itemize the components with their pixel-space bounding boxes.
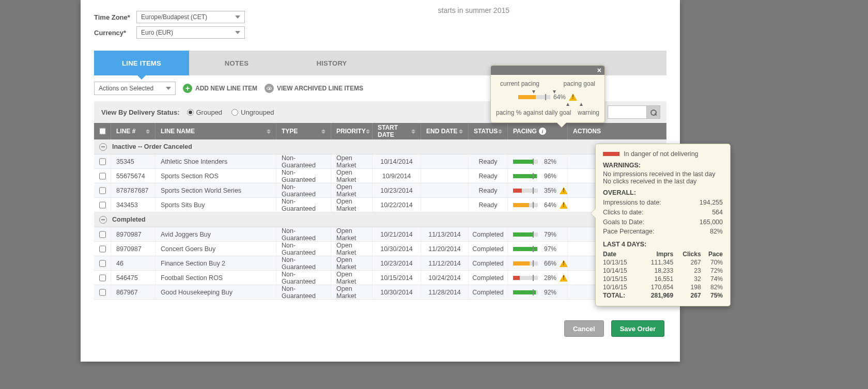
tab-line-items[interactable]: LINE ITEMS [94, 51, 189, 75]
cell-start: 10/23/2014 [373, 256, 421, 270]
row-checkbox[interactable] [99, 187, 106, 194]
col-type[interactable]: TYPE [276, 123, 331, 139]
cell-priority: Open Market [331, 227, 373, 241]
radio-grouped[interactable] [187, 109, 194, 116]
cell-name: Football Section ROS [156, 271, 276, 285]
select-all-checkbox[interactable] [99, 128, 106, 135]
row-checkbox[interactable] [99, 260, 106, 267]
table-row[interactable]: 46Finance Section Buy 2Non-GuaranteedOpe… [94, 256, 667, 271]
cell-priority: Open Market [331, 256, 373, 270]
overall-row: Clicks to date:564 [603, 208, 723, 217]
arrow-down-icon [553, 90, 556, 94]
cell-name: Athletic Shoe Intenders [156, 154, 276, 168]
collapse-icon[interactable] [99, 143, 107, 151]
last4-table: DateImprsClicksPace 10/13/15111,34526770… [603, 250, 723, 300]
cell-line: 867967 [111, 285, 156, 299]
cell-end [421, 154, 469, 168]
group-row[interactable]: Inactive -- Order Canceled [94, 139, 667, 154]
cell-line: 343453 [111, 198, 156, 212]
cell-status: Completed [469, 256, 508, 270]
pacing-bar [513, 203, 538, 207]
cell-type: Non-Guaranteed [276, 169, 331, 183]
group-row[interactable]: Completed [94, 212, 667, 227]
radio-ungrouped[interactable] [231, 109, 238, 116]
actions-on-selected[interactable]: Actions on Selected [94, 82, 176, 95]
row-checkbox[interactable] [99, 201, 106, 209]
pacing-pct: 79% [541, 231, 556, 238]
warning-icon [560, 201, 568, 209]
table-row[interactable]: 8970987Avid Joggers BuyNon-GuaranteedOpe… [94, 227, 667, 242]
line-items-table: LINE # LINE NAME TYPE PRIORITY START DAT… [94, 123, 667, 300]
row-checkbox[interactable] [99, 173, 106, 180]
sort-icon [459, 129, 463, 134]
col-status[interactable]: STATUS [469, 123, 508, 139]
pacing-pct: 66% [541, 260, 556, 267]
table-row[interactable]: 35345Athletic Shoe IntendersNon-Guarante… [94, 154, 667, 169]
pacing-pct: 96% [541, 173, 556, 180]
cell-start: 10/23/2014 [373, 183, 421, 197]
col-actions: ACTIONS [568, 123, 667, 139]
table-row[interactable]: 546475Football Section ROSNon-Guaranteed… [94, 271, 667, 285]
mini-th: Imprs [640, 250, 674, 258]
cell-line: 46 [111, 256, 156, 270]
cell-start: 10/22/2014 [373, 198, 421, 212]
cell-type: Non-Guaranteed [276, 227, 331, 241]
view-archived-label: VIEW ARCHIVED LINE ITEMS [277, 85, 363, 92]
row-checkbox[interactable] [99, 245, 106, 253]
pacing-pct: 28% [541, 274, 556, 282]
table-row[interactable]: 55675674Sports Section ROSNon-Guaranteed… [94, 169, 667, 183]
col-priority[interactable]: PRIORITY [331, 123, 373, 139]
cell-type: Non-Guaranteed [276, 242, 331, 256]
table-row[interactable]: 8970987Concert Goers BuyNon-GuaranteedOp… [94, 242, 667, 256]
cell-status: Completed [469, 285, 508, 299]
cell-start: 10/14/2014 [373, 154, 421, 168]
info-icon[interactable]: i [539, 128, 546, 135]
radio-ungrouped-label: Ungrouped [241, 108, 274, 116]
add-new-line-item-button[interactable]: + ADD NEW LINE ITEM [183, 84, 257, 93]
col-line[interactable]: LINE # [111, 123, 156, 139]
cell-end [421, 198, 469, 212]
close-icon[interactable]: × [597, 66, 601, 74]
sort-icon [498, 129, 502, 134]
tab-history[interactable]: HISTORY [284, 51, 379, 75]
col-end[interactable]: END DATE [421, 123, 469, 139]
search-button[interactable] [647, 105, 660, 119]
mini-total-row: TOTAL:281,96926775% [603, 291, 723, 300]
mini-th: Clicks [673, 250, 701, 258]
row-checkbox[interactable] [99, 231, 106, 238]
save-order-button[interactable]: Save Order [611, 320, 664, 337]
last4-header: LAST 4 DAYS: [603, 241, 723, 248]
timezone-value: Europe/Budapest (CET) [141, 13, 207, 21]
danger-swatch [603, 152, 619, 156]
cell-start: 10/9/2014 [373, 169, 421, 183]
col-start[interactable]: START DATE [373, 123, 421, 139]
table-row[interactable]: 878787687Sports Section World SeriesNon-… [94, 183, 667, 198]
arrow-down-icon [532, 90, 535, 94]
row-checkbox[interactable] [99, 289, 106, 296]
filter-label: View By Delivery Status: [101, 108, 180, 116]
timezone-select[interactable]: Europe/Budapest (CET) [136, 11, 245, 23]
table-row[interactable]: 343453Sports Sits BuyNon-GuaranteedOpen … [94, 198, 667, 212]
collapse-icon[interactable] [99, 216, 107, 224]
cell-pacing: 96% [508, 169, 568, 183]
search-input[interactable] [608, 105, 647, 119]
cancel-button[interactable]: Cancel [564, 320, 604, 337]
warning-line: No clicks received in the last day [603, 178, 723, 185]
tab-notes[interactable]: NOTES [189, 51, 284, 75]
timezone-label: Time Zone* [94, 13, 136, 21]
plus-icon: + [183, 84, 192, 93]
pacing-bar [513, 189, 538, 193]
cell-status: Ready [469, 183, 508, 197]
table-row[interactable]: 867967Good Housekeeping BuyNon-Guarantee… [94, 285, 667, 300]
pacing-pct: 64% [541, 201, 556, 209]
warning-icon [569, 94, 577, 101]
cell-end: 11/13/2014 [421, 227, 469, 241]
col-name[interactable]: LINE NAME [156, 123, 276, 139]
row-checkbox[interactable] [99, 158, 106, 165]
currency-value: Euro (EUR) [141, 29, 173, 36]
currency-select[interactable]: Euro (EUR) [136, 26, 245, 39]
row-checkbox[interactable] [99, 274, 106, 282]
pacing-pct: 97% [541, 245, 556, 253]
view-archived-button[interactable]: VIEW ARCHIVED LINE ITEMS [265, 84, 363, 93]
cell-priority: Open Market [331, 285, 373, 299]
